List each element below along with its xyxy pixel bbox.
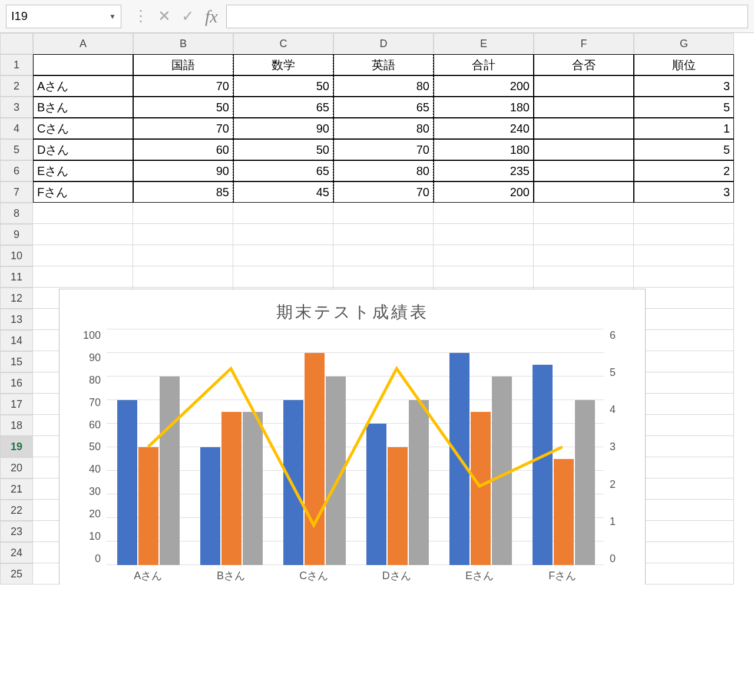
cell[interactable] (534, 160, 634, 181)
row-header[interactable]: 15 (0, 351, 33, 372)
cell[interactable] (534, 203, 634, 224)
column-header[interactable]: D (333, 33, 434, 54)
cell[interactable]: 50 (133, 97, 233, 118)
cell[interactable] (233, 203, 333, 224)
column-header[interactable]: B (133, 33, 233, 54)
row-header[interactable]: 6 (0, 160, 33, 181)
cell[interactable] (333, 224, 434, 245)
row-header[interactable]: 19 (0, 436, 33, 457)
row-header[interactable]: 8 (0, 203, 33, 224)
cell[interactable] (634, 330, 734, 351)
cell[interactable] (434, 203, 534, 224)
cell[interactable] (534, 266, 634, 288)
cell[interactable]: 70 (133, 118, 233, 139)
cell[interactable]: 65 (333, 97, 434, 118)
cell[interactable]: 180 (434, 139, 534, 160)
cell[interactable]: 合否 (534, 54, 634, 75)
cell[interactable]: Bさん (33, 97, 133, 118)
row-header[interactable]: 3 (0, 97, 33, 118)
cell[interactable]: 240 (434, 118, 534, 139)
cell[interactable]: 2 (634, 160, 734, 181)
cell[interactable]: Eさん (33, 160, 133, 181)
cell[interactable] (634, 563, 734, 585)
cell[interactable] (634, 309, 734, 330)
cell[interactable] (634, 394, 734, 415)
cell[interactable] (33, 203, 133, 224)
chevron-down-icon[interactable]: ▼ (109, 12, 116, 21)
row-header[interactable]: 9 (0, 224, 33, 245)
cell[interactable] (133, 224, 233, 245)
row-header[interactable]: 2 (0, 75, 33, 97)
cell[interactable] (333, 266, 434, 288)
cell[interactable]: 70 (333, 139, 434, 160)
cell[interactable] (33, 224, 133, 245)
cell[interactable]: 80 (333, 160, 434, 181)
column-header[interactable]: A (33, 33, 133, 54)
cell[interactable] (634, 542, 734, 563)
cell[interactable] (333, 245, 434, 266)
cell[interactable] (634, 224, 734, 245)
cell[interactable]: 90 (233, 118, 333, 139)
cell[interactable] (634, 500, 734, 521)
cell[interactable] (33, 245, 133, 266)
row-header[interactable]: 23 (0, 521, 33, 542)
cell[interactable] (534, 97, 634, 118)
row-header[interactable]: 13 (0, 309, 33, 330)
confirm-icon[interactable]: ✓ (181, 7, 194, 25)
cell[interactable] (534, 139, 634, 160)
row-header[interactable]: 22 (0, 500, 33, 521)
cell[interactable]: 順位 (634, 54, 734, 75)
cell[interactable] (233, 266, 333, 288)
cell[interactable] (233, 245, 333, 266)
cell[interactable]: 60 (133, 139, 233, 160)
cell[interactable]: Cさん (33, 118, 133, 139)
column-header[interactable]: E (434, 33, 534, 54)
cell[interactable] (634, 203, 734, 224)
more-icon[interactable]: ⋮ (133, 7, 147, 25)
cell[interactable]: 50 (233, 75, 333, 97)
row-header[interactable]: 11 (0, 266, 33, 288)
row-header[interactable]: 7 (0, 181, 33, 203)
cell[interactable] (434, 224, 534, 245)
cell[interactable] (534, 224, 634, 245)
cell[interactable] (634, 521, 734, 542)
cell[interactable]: 国語 (133, 54, 233, 75)
column-header[interactable]: C (233, 33, 333, 54)
column-header[interactable]: G (634, 33, 734, 54)
cell[interactable]: 数学 (233, 54, 333, 75)
cell[interactable]: 1 (634, 118, 734, 139)
row-header[interactable]: 12 (0, 288, 33, 309)
cell[interactable] (634, 478, 734, 500)
cell[interactable]: 235 (434, 160, 534, 181)
row-header[interactable]: 18 (0, 415, 33, 436)
cell[interactable]: 70 (333, 181, 434, 203)
row-header[interactable]: 1 (0, 54, 33, 75)
cell[interactable] (534, 181, 634, 203)
row-header[interactable]: 21 (0, 478, 33, 500)
cell[interactable] (534, 118, 634, 139)
row-header[interactable]: 20 (0, 457, 33, 478)
cell[interactable]: 5 (634, 97, 734, 118)
cell[interactable]: Dさん (33, 139, 133, 160)
row-header[interactable]: 16 (0, 372, 33, 394)
row-header[interactable]: 4 (0, 118, 33, 139)
cell[interactable] (534, 75, 634, 97)
cell[interactable] (634, 436, 734, 457)
cell[interactable]: 180 (434, 97, 534, 118)
row-header[interactable]: 24 (0, 542, 33, 563)
cell[interactable] (534, 245, 634, 266)
cell[interactable] (634, 351, 734, 372)
cell[interactable]: Fさん (33, 181, 133, 203)
name-box[interactable]: I19 ▼ (6, 5, 121, 28)
cell[interactable] (333, 203, 434, 224)
cell[interactable]: Aさん (33, 75, 133, 97)
cell[interactable]: 90 (133, 160, 233, 181)
cell[interactable] (634, 288, 734, 309)
cell[interactable]: 50 (233, 139, 333, 160)
cell[interactable] (634, 372, 734, 394)
cell[interactable] (634, 415, 734, 436)
cell[interactable]: 200 (434, 75, 534, 97)
cell[interactable]: 70 (133, 75, 233, 97)
row-header[interactable]: 17 (0, 394, 33, 415)
cell[interactable]: 85 (133, 181, 233, 203)
